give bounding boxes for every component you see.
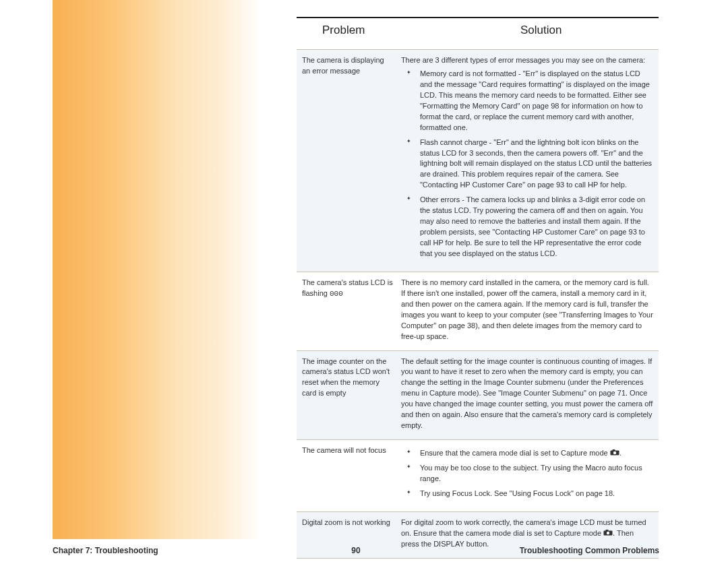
solution-cell: The default setting for the image counte… [397,356,659,432]
page: Problem Solution The camera is displayin… [0,0,728,562]
header-solution: Solution [484,24,562,37]
troubleshooting-table: The camera is displaying an error messag… [297,49,659,559]
header-problem: Problem [297,24,484,37]
list-item: Other errors - The camera locks up and b… [420,195,653,259]
bullet-list: Ensure that the camera mode dial is set … [401,448,653,499]
svg-rect-1 [612,449,615,451]
footer-page-number: 90 [351,546,360,555]
camera-icon [603,528,613,539]
table-row: The camera will not focus Ensure that th… [297,439,659,511]
table-row: The camera is displaying an error messag… [297,49,659,272]
table-header-row: Problem Solution [297,24,659,37]
svg-point-2 [613,451,616,454]
footer-chapter: Chapter 7: Troubleshooting [53,546,158,555]
camera-icon [610,448,619,459]
footer-section: Troubleshooting Common Problems [520,546,659,555]
table-row: The camera's status LCD is flashing 000 … [297,272,659,350]
solution-cell: For digital zoom to work correctly, the … [397,518,659,550]
problem-cell: Digital zoom is not working [297,518,397,550]
svg-rect-4 [606,530,609,531]
solution-cell: Ensure that the camera mode dial is set … [397,445,659,503]
bullet-list: Memory card is not formatted - "Err" is … [401,69,653,259]
sidebar-gradient [53,0,262,539]
bullet-pre: Ensure that the camera mode dial is set … [420,449,610,457]
solution-cell: There are 3 different types of error mes… [397,55,659,263]
solution-lead: There are 3 different types of error mes… [401,55,653,66]
problem-cell: The camera is displaying an error messag… [297,55,397,263]
problem-cell: The image counter on the camera's status… [297,356,397,432]
page-footer: Chapter 7: Troubleshooting 90 Troublesho… [53,546,659,555]
problem-cell: The camera's status LCD is flashing 000 [297,278,397,342]
list-item: Try using Focus Lock. See "Using Focus L… [420,489,653,499]
svg-point-5 [607,532,609,534]
problem-text: The camera's status LCD is flashing [302,278,393,297]
code-text: 000 [330,290,343,298]
bullet-post: . [619,449,621,457]
list-item: Ensure that the camera mode dial is set … [420,448,653,459]
table-row: The image counter on the camera's status… [297,350,659,440]
list-item: You may be too close to the subject. Try… [420,463,653,485]
list-item: Flash cannot charge - "Err" and the ligh… [420,137,653,191]
problem-cell: The camera will not focus [297,445,397,503]
header-rule [297,17,659,18]
solution-cell: There is no memory card installed in the… [397,278,659,342]
list-item: Memory card is not formatted - "Err" is … [420,69,653,133]
